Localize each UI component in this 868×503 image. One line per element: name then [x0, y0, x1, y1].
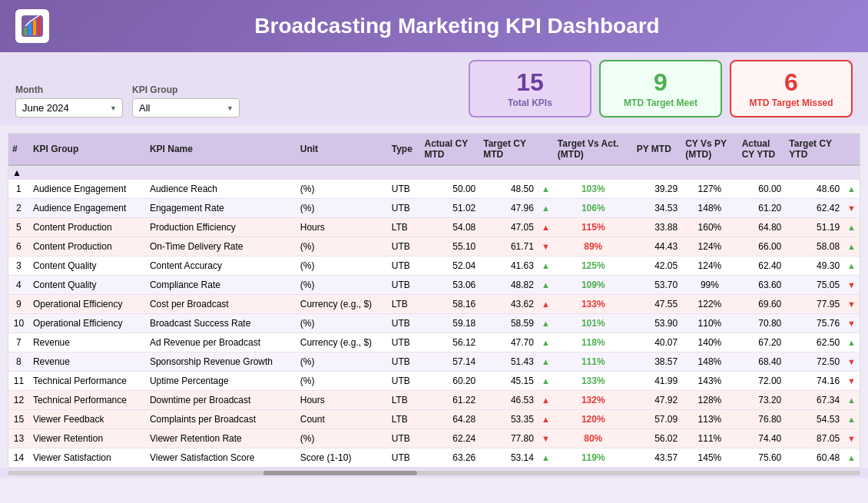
col-target-vs-act[interactable]: Target Vs Act.(MTD) — [554, 134, 633, 165]
cell-type: LTB — [388, 218, 421, 237]
horizontal-scrollbar[interactable] — [0, 468, 868, 478]
col-type[interactable]: Type — [388, 134, 421, 165]
cell-kpi-name: Production Efficiency — [146, 218, 297, 237]
cell-actual-cy-mtd: 64.28 — [420, 410, 479, 429]
cell-actual-cy-mtd: 58.16 — [420, 295, 479, 314]
cell-kpi-group: Content Production — [29, 237, 146, 256]
cell-actual-cy-mtd: 56.12 — [420, 333, 479, 352]
cell-py-mtd: 57.09 — [633, 410, 681, 429]
col-cy-vs-py[interactable]: CY Vs PY(MTD) — [681, 134, 737, 165]
dashboard-title: Broadcasting Marketing KPI Dashboard — [61, 14, 853, 38]
cell-kpi-group: Content Quality — [29, 276, 146, 295]
cell-target-cy-ytd: 48.60 — [785, 180, 843, 199]
cell-kpi-group: Operational Efficiency — [29, 314, 146, 333]
table-row: 6 Content Production On-Time Delivery Ra… — [8, 237, 860, 256]
cell-num: 9 — [8, 295, 29, 314]
table-row: 15 Viewer Feedback Complaints per Broadc… — [8, 410, 860, 429]
col-unit[interactable]: Unit — [297, 134, 388, 165]
cell-unit: Score (1-10) — [297, 448, 388, 468]
cell-kpi-name: Engagement Rate — [146, 199, 297, 218]
cell-py-mtd: 40.07 — [633, 333, 681, 352]
col-target-cy-ytd[interactable]: Target CYYTD — [785, 134, 843, 165]
month-select[interactable]: June 2024 — [15, 98, 123, 117]
cell-cy-vs-py: 99% — [681, 276, 737, 295]
cell-type: LTB — [388, 295, 421, 314]
cell-actual-cy-ytd: 61.20 — [738, 199, 786, 218]
col-kpi-group[interactable]: KPI Group — [29, 134, 146, 165]
cell-num: 11 — [8, 372, 29, 391]
table-row: 11 Technical Performance Uptime Percenta… — [8, 372, 860, 391]
cell-target-cy-ytd: 87.05 — [785, 429, 843, 448]
cell-target-cy-mtd: 48.50 — [479, 180, 538, 199]
cell-target-cy-ytd: 62.50 — [785, 333, 843, 352]
col-kpi-name[interactable]: KPI Name — [146, 134, 297, 165]
col-actual-cy-ytd[interactable]: ActualCY YTD — [738, 134, 786, 165]
cell-target-cy-mtd: 77.80 — [479, 429, 538, 448]
cell-unit: Hours — [297, 218, 388, 237]
cell-num: 13 — [8, 429, 29, 448]
cell-actual-cy-ytd: 64.80 — [738, 218, 786, 237]
sort-indicator[interactable]: ▲ — [12, 167, 22, 178]
cell-actual-cy-ytd: 62.40 — [738, 256, 786, 276]
cell-cy-vs-py: 148% — [681, 352, 737, 372]
svg-rect-4 — [38, 17, 41, 35]
cell-target-cy-mtd: 47.96 — [479, 199, 538, 218]
cell-target-cy-mtd: 41.63 — [479, 256, 538, 276]
cell-unit: Currency (e.g., $) — [297, 333, 388, 352]
cell-target-vs-act: 118% — [554, 333, 633, 352]
col-arrow1 — [538, 134, 554, 165]
cell-arrow2: ▼ — [843, 429, 860, 448]
col-actual-cy-mtd[interactable]: Actual CYMTD — [420, 134, 479, 165]
cell-actual-cy-ytd: 67.20 — [738, 333, 786, 352]
col-py-mtd[interactable]: PY MTD — [633, 134, 681, 165]
cell-target-cy-mtd: 58.59 — [479, 314, 538, 333]
cell-type: UTB — [388, 276, 421, 295]
logo-icon — [15, 9, 49, 43]
cell-target-cy-mtd: 47.70 — [479, 333, 538, 352]
svg-rect-1 — [24, 28, 27, 35]
cell-target-vs-act: 133% — [554, 295, 633, 314]
cell-arrow2: ▲ — [843, 448, 860, 468]
cell-actual-cy-ytd: 63.60 — [738, 276, 786, 295]
table-row: 1 Audience Engagement Audience Reach (%)… — [8, 180, 860, 199]
cell-target-cy-mtd: 53.14 — [479, 448, 538, 468]
cell-num: 5 — [8, 218, 29, 237]
kpi-group-select-wrapper[interactable]: All — [132, 98, 240, 117]
month-select-wrapper[interactable]: June 2024 — [15, 98, 123, 117]
cell-unit: (%) — [297, 180, 388, 199]
cell-py-mtd: 34.53 — [633, 199, 681, 218]
mtd-meet-number: 9 — [616, 69, 705, 96]
cell-cy-vs-py: 140% — [681, 333, 737, 352]
cell-kpi-group: Content Quality — [29, 256, 146, 276]
cell-target-cy-ytd: 58.08 — [785, 237, 843, 256]
cell-target-cy-ytd: 60.48 — [785, 448, 843, 468]
cell-py-mtd: 44.43 — [633, 237, 681, 256]
cell-target-vs-act: 111% — [554, 352, 633, 372]
table-row: 9 Operational Efficiency Cost per Broadc… — [8, 295, 860, 314]
table-sort-row: ▲ — [8, 165, 860, 180]
cell-kpi-group: Revenue — [29, 352, 146, 372]
scrollbar-thumb[interactable] — [263, 471, 417, 475]
cell-target-cy-ytd: 75.05 — [785, 276, 843, 295]
table-row: 13 Viewer Retention Viewer Retention Rat… — [8, 429, 860, 448]
col-num[interactable]: # — [8, 134, 29, 165]
cell-kpi-group: Technical Performance — [29, 372, 146, 391]
cell-target-cy-mtd: 51.43 — [479, 352, 538, 372]
kpi-group-select[interactable]: All — [132, 98, 240, 117]
cell-target-cy-ytd: 75.76 — [785, 314, 843, 333]
cell-kpi-group: Revenue — [29, 333, 146, 352]
cell-type: UTB — [388, 333, 421, 352]
cell-type: UTB — [388, 237, 421, 256]
cell-target-vs-act: 103% — [554, 180, 633, 199]
cell-type: UTB — [388, 448, 421, 468]
cell-arrow1: ▲ — [538, 256, 554, 276]
kpi-table-container: # KPI Group KPI Name Unit Type Actual CY… — [8, 133, 860, 468]
col-target-cy-mtd[interactable]: Target CYMTD — [479, 134, 538, 165]
cell-arrow1: ▲ — [538, 391, 554, 410]
cell-target-cy-ytd: 67.34 — [785, 391, 843, 410]
cell-num: 3 — [8, 256, 29, 276]
cell-arrow2: ▲ — [843, 237, 860, 256]
cell-arrow2: ▲ — [843, 180, 860, 199]
cell-arrow1: ▲ — [538, 333, 554, 352]
total-kpis-label: Total KPIs — [485, 98, 575, 108]
